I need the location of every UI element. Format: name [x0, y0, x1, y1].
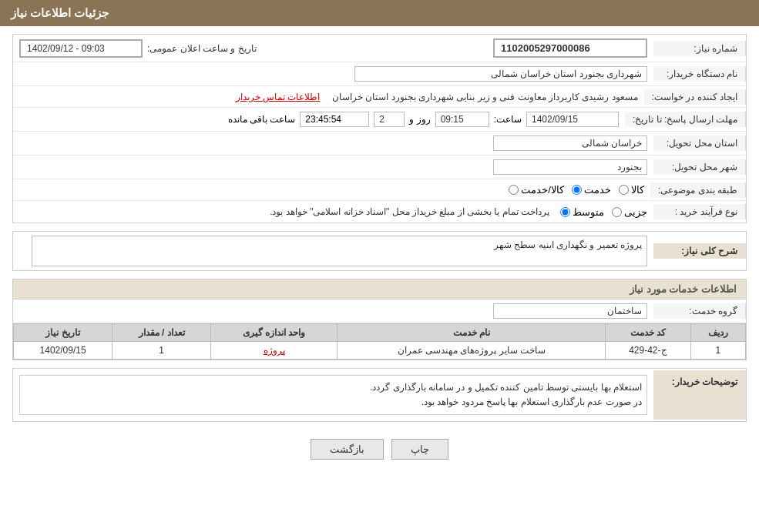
services-section-header: اطلاعات خدمات مورد نیاز [13, 279, 746, 299]
need-number-input[interactable] [493, 38, 647, 58]
city-value-cell [13, 157, 653, 177]
unit-cell: پروژه [211, 342, 338, 360]
row-num-cell: 1 [690, 342, 745, 360]
service-radio[interactable] [572, 185, 582, 195]
province-input[interactable] [493, 136, 647, 151]
service-group-value-cell [13, 301, 653, 321]
back-button[interactable]: بازگشت [311, 439, 384, 460]
col-header-unit: واحد اندازه گیری [211, 324, 338, 342]
day-label: روز و [409, 114, 430, 125]
deadline-label: مهلت ارسال پاسخ: تا تاریخ: [625, 112, 746, 127]
medium-radio[interactable] [560, 207, 570, 217]
page-title: جزئیات اطلاعات نیاز [11, 6, 109, 19]
buyer-name-label: نام دستگاه خریدار: [653, 66, 746, 82]
col-header-date: تاریخ نیاز [14, 324, 113, 342]
province-label: استان محل تحویل: [653, 136, 746, 151]
date-cell: 1402/09/15 [14, 342, 113, 360]
buyer-name-input[interactable] [354, 66, 647, 82]
deadline-inline: ساعت: روز و ساعت باقی مانده [228, 112, 619, 127]
contact-link[interactable]: اطلاعات تماس خریدار [236, 92, 321, 102]
need-number-label: شماره نیاز: [653, 41, 746, 56]
city-label: شهر محل تحویل: [653, 159, 746, 175]
process-type-label: نوع فرآیند خرید : [653, 204, 746, 219]
col-header-qty: تعداد / مقدار [113, 324, 211, 342]
page-container: جزئیات اطلاعات نیاز شماره نیاز: تاریخ و … [0, 0, 759, 532]
category-row: طبقه بندی موضوعی: کالا خدمت کالا/خ [13, 179, 746, 201]
days-input[interactable] [374, 112, 405, 127]
deadline-time-input[interactable] [435, 112, 489, 127]
creator-row: ایجاد کننده در خواست: مسعود رشیدی کاربرد… [13, 86, 746, 108]
medium-label: متوسط [573, 206, 604, 218]
process-type-value-cell: جزیی متوسط پرداخت تمام یا بخشی از مبلغ خ… [13, 204, 653, 220]
goods-radio[interactable] [619, 185, 629, 195]
buyer-notes-label: توضیحات خریدار: [653, 370, 746, 420]
service-label: خدمت [584, 184, 611, 196]
quantity-cell: 1 [113, 342, 211, 360]
province-row: استان محل تحویل: [13, 132, 746, 156]
buyer-name-row: نام دستگاه خریدار: [13, 62, 746, 86]
buyer-notes-section: توضیحات خریدار: استعلام بها بایستی توسط … [12, 368, 747, 422]
announcement-label: تاریخ و ساعت اعلان عمومی: [147, 43, 257, 54]
print-button[interactable]: چاپ [391, 439, 448, 460]
col-header-name: نام خدمت [338, 324, 606, 342]
creator-label: ایجاد کننده در خواست: [644, 89, 746, 105]
process-medium[interactable]: متوسط [560, 206, 604, 218]
service-group-row: گروه خدمت: [13, 299, 746, 323]
buyer-notes-content: استعلام بها بایستی توسط تامین کننده تکمی… [13, 370, 653, 420]
footer-buttons: چاپ بازگشت [12, 430, 747, 466]
service-code-cell: ج-42-429 [606, 342, 690, 360]
col-header-rownum: ردیف [690, 324, 745, 342]
service-group-input[interactable] [493, 303, 647, 319]
main-content: شماره نیاز: تاریخ و ساعت اعلان عمومی: نا… [0, 26, 759, 473]
process-radio-group: جزیی متوسط [560, 206, 647, 218]
category-value-cell: کالا خدمت کالا/خدمت [13, 182, 650, 198]
services-section: اطلاعات خدمات مورد نیاز گروه خدمت: ردیف … [12, 279, 747, 360]
process-note: پرداخت تمام یا بخشی از مبلغ خریداز محل "… [270, 206, 549, 217]
process-type-row: نوع فرآیند خرید : جزیی متوسط [13, 201, 746, 223]
goods-label: کالا [631, 184, 644, 196]
category-label: طبقه بندی موضوعی: [650, 182, 746, 198]
buyer-notes-text: استعلام بها بایستی توسط تامین کننده تکمی… [19, 375, 647, 415]
table-row: 1 ج-42-429 ساخت سایر پروژه‌های مهندسی عم… [14, 342, 746, 360]
creator-value-cell: مسعود رشیدی کاربرداز معاونت فنی و زیر بن… [13, 89, 644, 105]
general-desc-textarea[interactable]: پروژه تعمیر و نگهداری ابنیه سطح شهر [32, 236, 647, 266]
service-name-cell: ساخت سایر پروژه‌های مهندسی عمران [338, 342, 606, 360]
col-header-code: کد خدمت [606, 324, 690, 342]
buyer-name-value-cell [13, 64, 653, 84]
city-input[interactable] [493, 159, 647, 175]
announcement-date-input[interactable] [19, 39, 143, 58]
service-group-label: گروه خدمت: [653, 303, 746, 319]
time-label: ساعت: [494, 114, 522, 125]
process-partial[interactable]: جزیی [612, 206, 647, 218]
goods-service-label: کالا/خدمت [521, 184, 564, 196]
services-table: ردیف کد خدمت نام خدمت واحد اندازه گیری ت… [13, 323, 746, 360]
general-desc-row: شرح کلی نیاز: پروژه تعمیر و نگهداری ابنی… [13, 232, 746, 270]
page-header: جزئیات اطلاعات نیاز [0, 0, 759, 26]
goods-service-radio[interactable] [509, 185, 519, 195]
partial-radio[interactable] [612, 207, 622, 217]
deadline-row: مهلت ارسال پاسخ: تا تاریخ: ساعت: روز و س… [13, 108, 746, 132]
deadline-value-cell: ساعت: روز و ساعت باقی مانده [13, 109, 625, 129]
category-service[interactable]: خدمت [572, 184, 611, 196]
province-value-cell [13, 133, 653, 153]
general-desc-value-cell: پروژه تعمیر و نگهداری ابنیه سطح شهر [13, 233, 653, 269]
need-number-row: شماره نیاز: تاریخ و ساعت اعلان عمومی: [13, 35, 746, 62]
need-number-value-cell: تاریخ و ساعت اعلان عمومی: [13, 36, 653, 60]
deadline-date-input[interactable] [526, 112, 619, 127]
general-desc-label: شرح کلی نیاز: [653, 243, 746, 259]
category-goods-service[interactable]: کالا/خدمت [509, 184, 564, 196]
city-row: شهر محل تحویل: [13, 156, 746, 179]
partial-label: جزیی [624, 206, 647, 218]
category-radio-group: کالا خدمت کالا/خدمت [509, 184, 644, 196]
creator-text: مسعود رشیدی کاربرداز معاونت فنی و زیر بن… [332, 92, 638, 102]
need-info-section: شماره نیاز: تاریخ و ساعت اعلان عمومی: نا… [12, 34, 747, 223]
remaining-label: ساعت باقی مانده [228, 114, 296, 125]
remaining-time-input[interactable] [300, 112, 369, 127]
table-header-row: ردیف کد خدمت نام خدمت واحد اندازه گیری ت… [14, 324, 746, 342]
buyer-notes-row: توضیحات خریدار: استعلام بها بایستی توسط … [13, 369, 746, 421]
general-desc-section: شرح کلی نیاز: پروژه تعمیر و نگهداری ابنی… [12, 231, 747, 271]
category-goods[interactable]: کالا [619, 184, 644, 196]
